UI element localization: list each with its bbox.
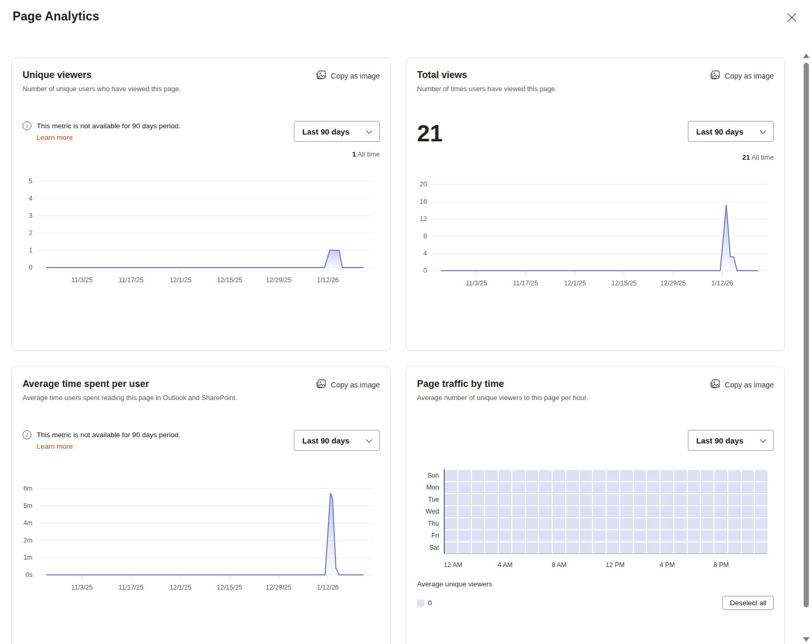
heatmap-cell: [566, 542, 579, 553]
heatmap-cell: [566, 530, 579, 541]
heatmap-cell: [458, 542, 471, 553]
heatmap-cell: [688, 470, 700, 481]
svg-text:1m: 1m: [24, 554, 32, 561]
heatmap-cell: [755, 482, 767, 493]
close-icon: [787, 13, 797, 24]
svg-text:11/17/25: 11/17/25: [513, 280, 538, 287]
date-range-dropdown[interactable]: Last 90 days: [688, 121, 774, 142]
svg-text:0: 0: [29, 264, 32, 271]
heatmap-cell: [539, 482, 552, 493]
heatmap-cell: [701, 470, 714, 481]
heatmap-cell: [512, 506, 525, 517]
svg-text:3: 3: [29, 212, 32, 219]
legend-swatch: [417, 599, 424, 607]
svg-text:11/3/25: 11/3/25: [466, 280, 487, 287]
heatmap-cell: [526, 494, 539, 505]
heatmap-cell: [620, 530, 633, 541]
heatmap-cell: [485, 494, 498, 505]
heatmap-cell: [634, 470, 646, 481]
heatmap-cell: [728, 482, 741, 493]
heatmap-cell: [539, 470, 552, 481]
copy-as-image-button[interactable]: Copy as image: [315, 69, 380, 83]
learn-more-link[interactable]: Learn more: [37, 134, 73, 141]
heatmap-cell: [593, 530, 606, 541]
heatmap-cell: [715, 518, 727, 529]
page-analytics-dialog: Page Analytics Unique viewers Number of …: [0, 0, 812, 644]
heatmap-cell: [445, 518, 457, 529]
svg-text:4: 4: [29, 195, 32, 202]
heatmap-cell: [661, 470, 673, 481]
heatmap-cell: [715, 530, 727, 541]
heatmap-cell: [661, 482, 673, 493]
heatmap-cell: [580, 518, 592, 529]
heatmap-hour-label: 12 AM: [444, 561, 462, 569]
heatmap-cell: [580, 530, 592, 541]
heatmap-cell: [728, 518, 741, 529]
svg-text:12/1/25: 12/1/25: [170, 584, 192, 591]
heatmap-hour-label: 8 AM: [552, 561, 567, 569]
heatmap-cell: [593, 470, 606, 481]
svg-text:20: 20: [420, 181, 427, 188]
heatmap-cell: [526, 518, 539, 529]
heatmap-cell: [620, 506, 633, 517]
heatmap-cell: [607, 542, 619, 553]
heatmap-cell: [553, 518, 565, 529]
heatmap-cell: [526, 542, 539, 553]
scrollbar-thumb[interactable]: [804, 63, 809, 607]
svg-text:12/15/25: 12/15/25: [217, 276, 243, 284]
heatmap-row-label: Tue: [417, 494, 439, 505]
heatmap-cell: [742, 482, 754, 493]
heatmap-cell: [634, 494, 646, 505]
heatmap-cell: [499, 506, 511, 517]
heatmap-cell: [472, 530, 485, 541]
alltime-value: 1: [352, 150, 356, 158]
copy-image-icon: [315, 70, 326, 82]
close-button[interactable]: [785, 12, 798, 25]
heatmap-cell: [688, 494, 700, 505]
heatmap-cell: [701, 494, 714, 505]
heatmap-cell: [742, 530, 754, 541]
heatmap-hour-label: 8 PM: [714, 561, 729, 569]
copy-as-image-button[interactable]: Copy as image: [315, 377, 380, 392]
copy-as-image-button[interactable]: Copy as image: [709, 377, 774, 392]
learn-more-link[interactable]: Learn more: [37, 442, 73, 450]
heatmap-cell: [472, 542, 485, 553]
svg-text:12/15/25: 12/15/25: [611, 280, 637, 287]
scrollbar-down-arrow[interactable]: [803, 637, 809, 642]
heatmap-cell: [580, 506, 592, 517]
date-range-dropdown[interactable]: Last 90 days: [688, 430, 774, 451]
heatmap-cell: [526, 482, 539, 493]
heatmap-cell: [755, 542, 767, 553]
date-range-dropdown[interactable]: Last 90 days: [294, 430, 380, 451]
heatmap-cell: [593, 542, 606, 553]
chevron-down-icon: [366, 436, 372, 445]
heatmap-cell: [566, 506, 579, 517]
heatmap-cell: [647, 530, 660, 541]
svg-text:0: 0: [423, 267, 427, 274]
heatmap-cell: [607, 530, 619, 541]
heatmap-cell: [485, 506, 498, 517]
heatmap-cell: [688, 506, 700, 517]
date-range-dropdown[interactable]: Last 90 days: [294, 121, 380, 142]
average-time-chart: 0s1m2m4m5m6m11/3/2511/17/2512/1/2512/15/…: [23, 482, 382, 596]
heatmap-cell: [674, 494, 687, 505]
legend-item-zero[interactable]: 0: [417, 599, 432, 607]
heatmap-cell: [742, 494, 754, 505]
svg-text:12/29/25: 12/29/25: [266, 584, 292, 591]
heatmap-hour-label: 4 PM: [660, 561, 675, 569]
heatmap-cell: [472, 482, 485, 493]
card-heading: Total views Number of times users have v…: [417, 69, 557, 93]
deselect-all-button[interactable]: Deselect all: [722, 596, 774, 610]
heatmap-hour-label: 4 AM: [498, 561, 513, 569]
heatmap-row-label: Mon: [417, 482, 439, 493]
heatmap-cell: [755, 518, 767, 529]
scrollbar-up-arrow[interactable]: [803, 53, 809, 58]
card-heading: Average time spent per user Average time…: [23, 377, 237, 402]
copy-as-image-button[interactable]: Copy as image: [709, 69, 774, 83]
svg-text:11/3/25: 11/3/25: [71, 584, 93, 591]
heatmap-cell: [674, 518, 687, 529]
heatmap-cell: [593, 506, 606, 517]
info-icon: i: [23, 121, 31, 130]
heatmap-cell: [634, 482, 646, 493]
heatmap-cell: [661, 506, 673, 517]
